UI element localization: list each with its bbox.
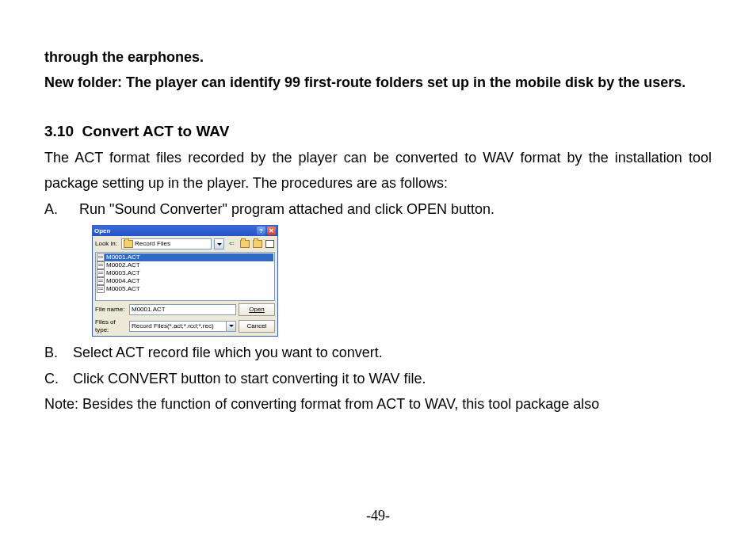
- heading-number: 3.10: [44, 123, 74, 139]
- step-letter-b: B.: [44, 340, 73, 365]
- paragraph-new-folder: New folder: The player can identify 99 f…: [44, 70, 712, 95]
- dialog-title: Open: [94, 227, 255, 235]
- filetype-label: Files of type:: [95, 318, 127, 333]
- file-listing[interactable]: M0001.ACT M0002.ACT M0003.ACT M0004.ACT …: [95, 252, 275, 301]
- file-item-selected[interactable]: M0001.ACT: [97, 253, 273, 261]
- open-button[interactable]: Open: [239, 303, 275, 316]
- paragraph-earphones: through the earphones.: [44, 44, 712, 70]
- step-letter-a: A.: [44, 196, 79, 222]
- lookin-combobox[interactable]: Record Files: [121, 238, 212, 249]
- up-one-level-button[interactable]: [239, 239, 250, 249]
- step-c-text: Click CONVERT button to start converting…: [73, 366, 426, 391]
- heading-3-10: 3.10 Convert ACT to WAV: [44, 118, 712, 145]
- folder-new-icon: [253, 240, 262, 248]
- file-item[interactable]: M0004.ACT: [97, 277, 273, 285]
- heading-text: Convert ACT to WAV: [82, 123, 230, 139]
- step-a: A. Run "Sound Converter" program attache…: [44, 196, 712, 222]
- file-icon: [97, 269, 105, 277]
- open-dialog-figure: Open ? ✕ Look in: Record Files ⇐: [92, 225, 712, 337]
- view-menu-button[interactable]: [265, 239, 275, 249]
- file-name: M0005.ACT: [106, 285, 140, 293]
- file-name: M0001.ACT: [106, 253, 140, 261]
- step-letter-c: C.: [44, 366, 73, 391]
- file-name: M0003.ACT: [106, 269, 140, 277]
- view-icon: [265, 240, 274, 248]
- file-item[interactable]: M0005.ACT: [97, 285, 273, 293]
- page-content: through the earphones. New folder: The p…: [0, 0, 756, 425]
- file-icon: [97, 253, 105, 261]
- cancel-button[interactable]: Cancel: [239, 320, 275, 333]
- file-item[interactable]: M0002.ACT: [97, 261, 273, 269]
- filename-label: File name:: [95, 306, 127, 314]
- help-button[interactable]: ?: [257, 227, 265, 235]
- filetype-row: Files of type: Record Files(*.act;*.rcd;…: [93, 318, 277, 336]
- file-name: M0002.ACT: [106, 261, 140, 269]
- page-number: -49-: [0, 508, 756, 524]
- back-button[interactable]: ⇐: [227, 239, 237, 249]
- step-a-text: Run "Sound Converter" program attached a…: [79, 196, 494, 222]
- lookin-folder-name: Record Files: [135, 240, 170, 248]
- filename-row: File name: M0001.ACT Open: [93, 301, 277, 318]
- open-dialog: Open ? ✕ Look in: Record Files ⇐: [92, 225, 278, 337]
- filetype-dropdown-arrow[interactable]: [226, 321, 236, 332]
- dialog-titlebar: Open ? ✕: [93, 226, 277, 236]
- note-paragraph: Note: Besides the function of converting…: [44, 391, 712, 417]
- intro-paragraph: The ACT format files recorded by the pla…: [44, 145, 712, 196]
- folder-icon: [124, 240, 133, 248]
- new-folder-button[interactable]: [252, 239, 262, 249]
- close-button[interactable]: ✕: [267, 227, 276, 235]
- lookin-dropdown-arrow[interactable]: [214, 238, 224, 249]
- file-icon: [97, 285, 105, 293]
- step-b: B. Select ACT record file which you want…: [44, 340, 712, 365]
- step-c: C. Click CONVERT button to start convert…: [44, 366, 712, 391]
- file-icon: [97, 277, 105, 285]
- file-item[interactable]: M0003.ACT: [97, 269, 273, 277]
- lookin-row: Look in: Record Files ⇐: [93, 236, 277, 252]
- file-icon: [97, 261, 105, 269]
- filetype-combobox[interactable]: Record Files(*.act;*.rcd;*.rec): [129, 321, 236, 332]
- filename-input[interactable]: M0001.ACT: [129, 304, 236, 315]
- step-b-text: Select ACT record file which you want to…: [73, 340, 383, 365]
- folder-up-icon: [240, 240, 250, 248]
- file-name: M0004.ACT: [106, 277, 140, 285]
- filetype-value: Record Files(*.act;*.rcd;*.rec): [132, 322, 214, 330]
- lookin-label: Look in:: [95, 240, 119, 248]
- filename-value: M0001.ACT: [132, 306, 166, 314]
